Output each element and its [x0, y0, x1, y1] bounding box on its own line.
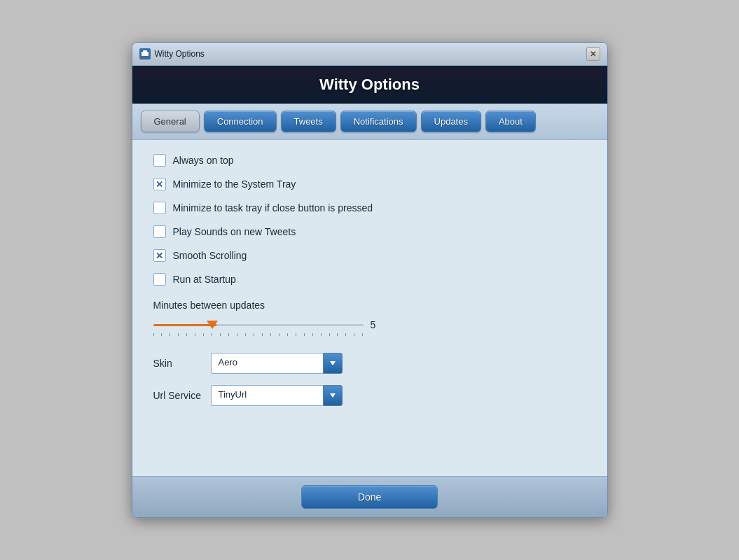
- checkbox-play-sounds-label: Play Sounds on new Tweets: [173, 226, 296, 237]
- checkbox-always-on-top-label: Always on top: [173, 155, 234, 166]
- tick: [329, 333, 330, 336]
- svg-marker-2: [330, 361, 336, 365]
- checkbox-minimize-close[interactable]: [153, 202, 166, 214]
- tab-general[interactable]: General: [141, 111, 200, 132]
- footer-bar: Done: [132, 476, 607, 517]
- skin-dropdown-value[interactable]: Aero: [211, 353, 323, 374]
- checkbox-play-sounds-row: Play Sounds on new Tweets: [153, 225, 586, 238]
- tick: [186, 333, 187, 336]
- tick: [245, 333, 246, 336]
- slider-section: Minutes between updates 5: [153, 300, 586, 336]
- tick: [345, 333, 346, 336]
- tick: [170, 333, 170, 336]
- svg-rect-0: [141, 52, 149, 56]
- tick: [321, 333, 322, 336]
- checkbox-smooth-scrolling-label: Smooth Scrolling: [173, 250, 247, 261]
- tab-notifications[interactable]: Notifications: [340, 111, 417, 132]
- title-bar-left: Witty Options: [139, 48, 205, 59]
- checkbox-minimize-tray-row: ✕ Minimize to the System Tray: [153, 178, 586, 190]
- url-service-dropdown-arrow[interactable]: [323, 385, 343, 406]
- checkbox-run-startup[interactable]: [153, 273, 166, 286]
- skin-dropdown-row: Skin Aero: [153, 353, 586, 374]
- checkbox-smooth-scrolling[interactable]: ✕: [153, 249, 166, 262]
- slider-track[interactable]: [153, 318, 364, 332]
- checkbox-run-startup-row: Run at Startup: [153, 273, 586, 286]
- svg-rect-1: [143, 50, 147, 52]
- slider-thumb: [207, 321, 218, 329]
- slider-ticks: [153, 332, 364, 336]
- checkbox-minimize-close-label: Minimize to task tray if close button is…: [173, 202, 373, 214]
- skin-label: Skin: [153, 358, 202, 369]
- checkbox-always-on-top[interactable]: [153, 154, 166, 167]
- tick: [262, 333, 263, 336]
- tick: [237, 333, 237, 336]
- slider-label: Minutes between updates: [153, 300, 586, 311]
- url-service-dropdown: TinyUrl: [211, 385, 343, 406]
- checkbox-minimize-close-row: Minimize to task tray if close button is…: [153, 202, 586, 214]
- checkbox-always-on-top-row: Always on top: [153, 154, 586, 167]
- tick: [337, 333, 338, 336]
- slider-row: 5: [153, 318, 586, 332]
- tab-tweets[interactable]: Tweets: [281, 111, 336, 132]
- tick: [212, 333, 212, 336]
- tick: [296, 333, 296, 336]
- tick: [161, 333, 162, 336]
- tab-connection[interactable]: Connection: [204, 111, 277, 132]
- checkbox-smooth-scrolling-row: ✕ Smooth Scrolling: [153, 249, 586, 262]
- checkbox-run-startup-label: Run at Startup: [173, 274, 236, 285]
- skin-dropdown: Aero: [211, 353, 343, 374]
- tab-about[interactable]: About: [485, 111, 536, 132]
- url-service-dropdown-value[interactable]: TinyUrl: [211, 385, 323, 406]
- tick: [270, 333, 271, 336]
- svg-marker-3: [330, 393, 336, 398]
- close-button[interactable]: ✕: [586, 47, 600, 61]
- tick: [228, 333, 229, 336]
- tick: [279, 333, 279, 336]
- content-area: Always on top ✕ Minimize to the System T…: [132, 140, 607, 476]
- slider-line: [153, 324, 364, 326]
- checkbox-play-sounds[interactable]: [153, 225, 166, 238]
- tick: [203, 333, 204, 336]
- url-service-label: Url Service: [153, 390, 202, 401]
- tick: [362, 333, 363, 336]
- title-bar: Witty Options ✕: [132, 43, 607, 66]
- tabs-bar: General Connection Tweets Notifications …: [132, 104, 607, 140]
- options-window: Witty Options ✕ Witty Options General Co…: [132, 42, 608, 518]
- tick: [354, 333, 354, 336]
- checkbox-minimize-tray[interactable]: ✕: [153, 178, 166, 190]
- tick: [312, 333, 313, 336]
- url-service-dropdown-row: Url Service TinyUrl: [153, 385, 586, 406]
- title-bar-text: Witty Options: [155, 49, 205, 59]
- done-button[interactable]: Done: [301, 485, 438, 509]
- tick: [287, 333, 288, 336]
- tab-updates[interactable]: Updates: [421, 111, 481, 132]
- header-bar: Witty Options: [132, 66, 607, 104]
- header-title: Witty Options: [142, 76, 598, 94]
- tick: [153, 333, 154, 336]
- tick: [178, 333, 179, 336]
- tick: [304, 333, 305, 336]
- slider-value: 5: [371, 319, 385, 330]
- checkbox-minimize-tray-label: Minimize to the System Tray: [173, 178, 296, 190]
- app-icon: [139, 48, 151, 59]
- tick: [254, 333, 254, 336]
- tick: [220, 333, 221, 336]
- skin-dropdown-arrow[interactable]: [323, 353, 343, 374]
- tick: [195, 333, 195, 336]
